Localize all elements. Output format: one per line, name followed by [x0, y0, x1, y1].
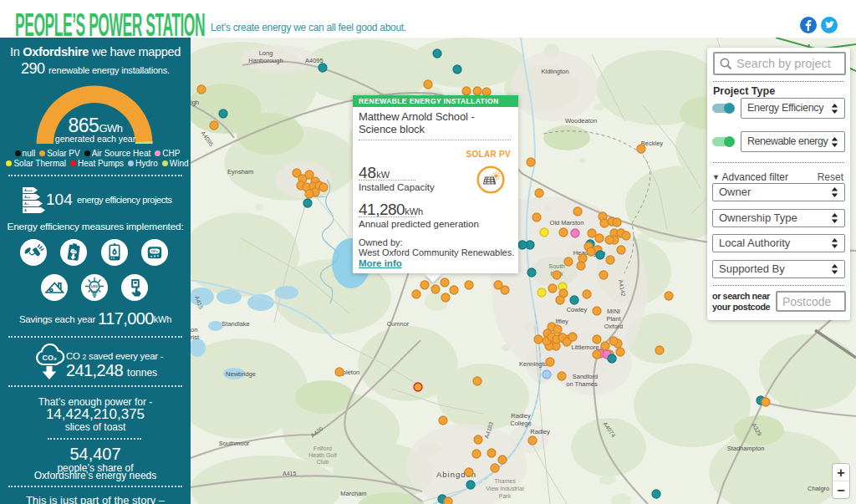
svg-text:Radley: Radley [511, 412, 531, 420]
svg-text:Iffley: Iffley [555, 318, 568, 325]
svg-text:18°c: 18°c [151, 249, 159, 253]
svg-text:Stadhampton: Stadhampton [727, 445, 765, 452]
svg-text:Eynsham: Eynsham [227, 168, 253, 176]
svg-text:igh: igh [191, 99, 199, 106]
svg-text:Heath Golf: Heath Golf [308, 452, 337, 458]
svg-text:View Industrial: View Industrial [486, 486, 524, 491]
svg-text:Park: Park [499, 493, 512, 499]
svg-text:South: South [548, 262, 565, 270]
svg-text:Cumnor: Cumnor [387, 320, 410, 328]
svg-text:Chalgro: Chalgro [808, 485, 829, 492]
svg-text:A+++: A+++ [24, 188, 33, 192]
svg-text:A4095: A4095 [305, 57, 324, 64]
svg-text:Marcham: Marcham [340, 490, 366, 497]
svg-text:Sandford: Sandford [573, 373, 598, 380]
svg-text:rist: rist [191, 333, 200, 341]
svg-text:Southmoor: Southmoor [219, 440, 250, 447]
svg-text:Plant: Plant [606, 315, 621, 323]
svg-text:A+: A+ [24, 201, 29, 206]
svg-text:Old Marston: Old Marston [550, 219, 584, 227]
svg-text:Thames: Thames [494, 478, 516, 484]
svg-text:Standlake: Standlake [222, 320, 249, 328]
svg-text:Newbridge: Newbridge [226, 370, 256, 378]
svg-text:Club: Club [317, 459, 329, 465]
svg-text:on Thames: on Thames [566, 380, 598, 388]
svg-text:A: A [24, 208, 27, 212]
svg-text:Hanborough: Hanborough [248, 57, 283, 64]
svg-text:on: on [191, 326, 197, 333]
svg-text:Kidlington: Kidlington [542, 68, 569, 75]
svg-text:A415: A415 [283, 471, 296, 476]
svg-text:A++: A++ [24, 195, 31, 199]
svg-text:College: College [510, 420, 531, 427]
svg-text:LED: LED [91, 284, 99, 288]
svg-text:Oxford: Oxford [604, 323, 624, 330]
svg-text:Littlemore: Littlemore [572, 344, 599, 351]
svg-text:MINI: MINI [607, 308, 620, 315]
svg-text:Frilford: Frilford [313, 445, 332, 451]
svg-text:Woodeaton: Woodeaton [565, 117, 597, 125]
svg-text:Cowley: Cowley [567, 306, 588, 313]
svg-text:CO₂: CO₂ [43, 354, 58, 362]
svg-text:Long: Long [259, 49, 273, 57]
svg-text:Radley: Radley [530, 428, 550, 435]
